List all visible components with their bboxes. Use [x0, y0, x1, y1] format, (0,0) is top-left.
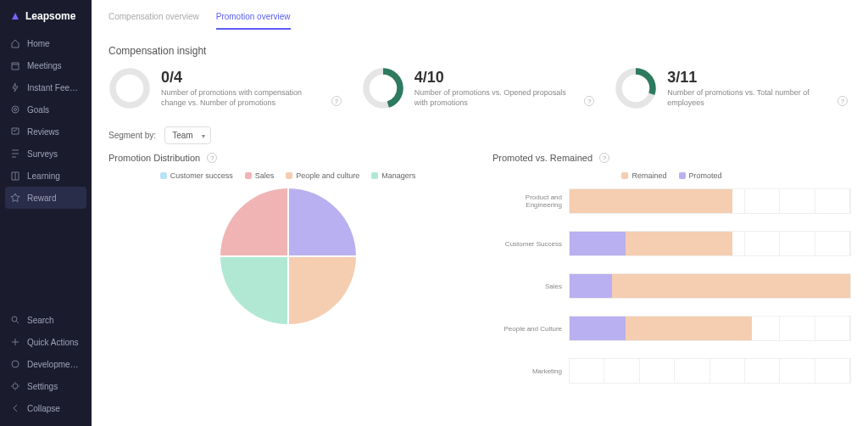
bolt-icon [10, 82, 20, 92]
segment-row: Segment by: Team ▾ [108, 126, 851, 144]
bar-category-label: Marketing [492, 367, 569, 375]
brand-name: Leapsome [25, 10, 75, 22]
insight-desc: Number of promotions with compensation c… [161, 88, 314, 108]
donut-chart [615, 67, 657, 109]
legend-label: Managers [381, 171, 415, 180]
sidebar-item-settings[interactable]: Settings [0, 375, 92, 397]
legend-item[interactable]: Customer success [160, 171, 233, 180]
chevron-down-icon: ▾ [202, 132, 205, 139]
sidebar-item-quick-actions[interactable]: Quick Actions [0, 331, 92, 353]
bar-category-label: Product and Engineering [492, 193, 569, 209]
bar-chart: Product and Engineering Customer Success… [492, 188, 851, 384]
plus-icon [10, 337, 20, 347]
bar-chart-title: Promoted vs. Remained [492, 153, 593, 163]
nav-label: Reviews [27, 127, 59, 137]
nav-label: Settings [27, 382, 58, 391]
legend-item[interactable]: People and culture [286, 171, 359, 180]
pie-legend: Customer successSalesPeople and cultureM… [108, 171, 467, 180]
swatch [286, 172, 292, 179]
sidebar: Leapsome HomeMeetingsInstant FeedbackGoa… [0, 0, 92, 426]
nav-label: Meetings [27, 61, 62, 70]
tab-promotion-overview[interactable]: Promotion overview [216, 8, 291, 30]
legend-item[interactable]: Sales [245, 171, 275, 180]
survey-icon [10, 149, 20, 159]
legend-label: Promoted [689, 171, 722, 180]
main-content: Compensation overviewPromotion overview … [92, 0, 868, 426]
legend-item[interactable]: Managers [371, 171, 415, 180]
bar-row: Marketing [492, 358, 851, 384]
dev-icon [10, 359, 20, 369]
bar-chart-panel: Promoted vs. Remained ? RemainedPromoted… [492, 153, 851, 401]
bar-segment-promoted [570, 274, 612, 298]
help-icon[interactable]: ? [207, 153, 217, 163]
logo-icon [10, 11, 20, 21]
sidebar-item-development-fr-[interactable]: Development Fr... [0, 353, 92, 375]
brand-logo[interactable]: Leapsome [0, 7, 92, 32]
charts-row: Promotion Distribution ? Customer succes… [108, 153, 851, 401]
sidebar-item-reviews[interactable]: Reviews [0, 121, 92, 143]
calendar-icon [10, 60, 20, 70]
nav-label: Surveys [27, 149, 58, 159]
bar-track [569, 273, 851, 299]
help-icon[interactable]: ? [331, 96, 342, 106]
book-icon [10, 171, 20, 181]
legend-label: Customer success [170, 171, 233, 180]
bar-segment-remained [626, 317, 752, 340]
sidebar-item-surveys[interactable]: Surveys [0, 143, 92, 165]
bar-segment-remained [570, 189, 732, 213]
search-icon [10, 315, 20, 325]
bar-track [569, 358, 851, 384]
pie-chart-panel: Promotion Distribution ? Customer succes… [108, 153, 467, 401]
nav-label: Goals [27, 105, 49, 115]
legend-item[interactable]: Promoted [679, 171, 722, 180]
sidebar-item-reward[interactable]: Reward [5, 187, 86, 209]
nav-label: Search [27, 316, 54, 325]
segment-select[interactable]: Team ▾ [164, 126, 210, 144]
svg-point-0 [113, 71, 147, 105]
swatch [160, 172, 167, 179]
legend-label: Sales [255, 171, 275, 180]
bar-segment-promoted [570, 232, 626, 255]
help-icon[interactable]: ? [837, 96, 848, 106]
reward-icon [10, 193, 20, 203]
swatch [621, 172, 628, 179]
insight-cards: 0/4 Number of promotions with compensati… [108, 67, 851, 109]
sidebar-item-meetings[interactable]: Meetings [0, 54, 92, 76]
bar-legend: RemainedPromoted [492, 171, 851, 180]
nav-top: HomeMeetingsInstant FeedbackGoalsReviews… [0, 32, 92, 309]
bar-segment-promoted [570, 317, 626, 340]
nav-bottom: SearchQuick ActionsDevelopment Fr...Sett… [0, 309, 92, 419]
bar-row: People and Culture [492, 316, 851, 341]
legend-item[interactable]: Remained [621, 171, 666, 180]
nav-label: Quick Actions [27, 338, 79, 347]
legend-label: Remained [632, 171, 666, 180]
sidebar-item-goals[interactable]: Goals [0, 98, 92, 121]
sidebar-item-instant-feedback[interactable]: Instant Feedback [0, 76, 92, 98]
donut-chart [108, 67, 151, 109]
insight-value: 3/11 [667, 69, 851, 87]
target-icon [10, 104, 20, 115]
insight-value: 4/10 [415, 69, 598, 87]
sidebar-item-learning[interactable]: Learning [0, 165, 92, 187]
legend-label: People and culture [296, 171, 359, 180]
bar-track [569, 231, 851, 256]
sidebar-item-search[interactable]: Search [0, 309, 92, 331]
tab-compensation-overview[interactable]: Compensation overview [108, 8, 199, 30]
bar-category-label: People and Culture [492, 325, 569, 333]
bar-row: Sales [492, 273, 851, 299]
sidebar-item-collapse[interactable]: Collapse [0, 397, 92, 419]
segment-value: Team [172, 131, 192, 140]
insight-card-0: 0/4 Number of promotions with compensati… [108, 67, 345, 109]
bar-category-label: Sales [492, 283, 569, 290]
swatch [245, 172, 252, 179]
insight-card-2: 3/11 Number of promotions vs. Total numb… [615, 67, 851, 109]
donut-chart [362, 67, 404, 109]
pie-chart-title: Promotion Distribution [108, 153, 200, 163]
bar-track [569, 188, 851, 214]
insight-card-1: 4/10 Number of promotions vs. Opened pro… [362, 67, 598, 109]
sidebar-item-home[interactable]: Home [0, 32, 92, 54]
nav-label: Instant Feedback [27, 83, 81, 92]
swatch [371, 172, 378, 179]
segment-label: Segment by: [108, 131, 156, 140]
help-icon[interactable]: ? [599, 153, 609, 163]
